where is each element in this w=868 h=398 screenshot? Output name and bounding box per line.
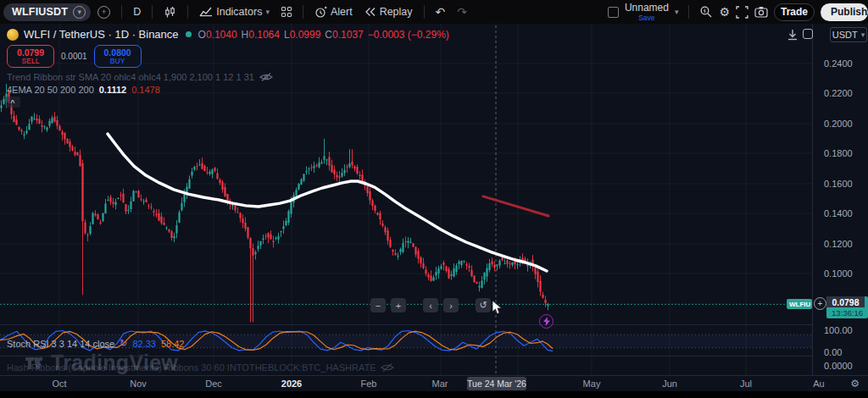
timezone-settings-icon[interactable]: ⚙ bbox=[850, 378, 860, 390]
pane-divider[interactable] bbox=[0, 356, 868, 357]
select-layout-icon[interactable] bbox=[608, 7, 619, 18]
indicator-legend-ema[interactable]: 4EMA 20 50 200 200 0.1112 0.1478 bbox=[7, 85, 160, 95]
bar-countdown: 13:36:16 bbox=[826, 307, 868, 318]
candle-body bbox=[539, 281, 541, 292]
candle-body bbox=[145, 200, 147, 202]
candle-body bbox=[409, 241, 411, 242]
candle-body bbox=[338, 176, 340, 178]
candle-body bbox=[387, 230, 388, 240]
chart-type-button[interactable] bbox=[159, 3, 181, 21]
candle-body bbox=[58, 126, 60, 130]
indicator-legend-hidden[interactable]: Trend Ribbon str SMA 20 ohlc4 ohlc4 1,90… bbox=[7, 72, 273, 82]
candle-body bbox=[341, 173, 342, 176]
candle-body bbox=[399, 249, 401, 252]
candle-body bbox=[178, 213, 180, 223]
hash-ribbons-legend[interactable]: Hash Ribbons (Capriole Investments) Ribb… bbox=[7, 362, 394, 373]
candle-body bbox=[107, 200, 108, 201]
candle-body bbox=[537, 272, 538, 282]
candle-body bbox=[216, 174, 218, 179]
undo-button[interactable]: ↶ bbox=[431, 3, 451, 21]
chart-legend-header[interactable]: WLFI / TetherUS · 1D · Binance O0.1040 H… bbox=[7, 28, 449, 41]
candle-body bbox=[127, 210, 129, 211]
candle-body bbox=[203, 166, 205, 171]
reset-chart-button[interactable]: ↺ bbox=[476, 298, 491, 312]
symbol-dropdown-icon[interactable]: ▾ bbox=[73, 6, 86, 19]
candle-body bbox=[209, 172, 210, 174]
quick-search-icon[interactable] bbox=[699, 5, 713, 19]
save-layout-link[interactable]: Save bbox=[638, 14, 654, 22]
sync-icon: ↻ bbox=[120, 338, 127, 349]
price-axis[interactable]: USDT▾ + 0.0798 13:36:16 0.24000.22000.20… bbox=[812, 24, 868, 375]
buy-button[interactable]: 0.0800BUY bbox=[94, 45, 142, 68]
chart-area[interactable]: WLFI / TetherUS · 1D · Binance O0.1040 H… bbox=[0, 24, 868, 375]
replay-button[interactable]: Replay bbox=[359, 3, 418, 20]
layout-chevron-icon[interactable]: ▾ bbox=[675, 8, 679, 16]
flash-trade-icon[interactable] bbox=[539, 314, 554, 329]
candle-body bbox=[191, 172, 192, 176]
candle-body bbox=[97, 214, 98, 219]
templates-button[interactable] bbox=[276, 4, 297, 19]
candle-body bbox=[201, 163, 203, 169]
compare-add-button[interactable]: + bbox=[92, 3, 115, 21]
candle-body bbox=[470, 270, 472, 276]
candle-body bbox=[25, 130, 27, 133]
candle-body bbox=[193, 167, 195, 170]
trade-button[interactable]: Trade bbox=[774, 3, 815, 21]
pane-divider[interactable] bbox=[0, 324, 868, 325]
publish-button[interactable]: Publish bbox=[821, 3, 868, 21]
scroll-left-button[interactable]: ‹ bbox=[423, 298, 438, 312]
scroll-right-button[interactable]: › bbox=[443, 298, 459, 312]
candle-body bbox=[310, 167, 312, 168]
interval-button[interactable]: D bbox=[128, 3, 146, 20]
candle-body bbox=[343, 170, 345, 174]
candle-body bbox=[247, 227, 248, 237]
candle-body bbox=[150, 207, 152, 207]
candle-body bbox=[328, 157, 330, 165]
ema-line[interactable] bbox=[108, 134, 547, 271]
settings-gear-icon[interactable]: ⚙ bbox=[719, 5, 730, 19]
candle-body bbox=[231, 205, 233, 206]
alert-button[interactable]: Alert bbox=[309, 3, 358, 21]
candle-body bbox=[137, 191, 139, 197]
candle-body bbox=[196, 166, 198, 167]
layout-name-button[interactable]: Unnamed Save bbox=[625, 3, 669, 22]
candle-body bbox=[239, 213, 241, 218]
candle-body bbox=[224, 187, 225, 196]
mouse-cursor bbox=[492, 300, 504, 315]
indicators-button[interactable]: Indicators ▾ bbox=[194, 3, 275, 20]
symbol-search-button[interactable]: WLFIUSDT ▾ bbox=[3, 3, 91, 21]
download-arrow-icon[interactable] bbox=[785, 28, 800, 41]
zoom-in-button[interactable]: + bbox=[391, 298, 406, 312]
spread-value: 0.0001 bbox=[61, 52, 87, 61]
stoch-rsi-legend[interactable]: Stoch RSI 3 3 14 14 close ↻ 82.33 58.42 bbox=[7, 338, 184, 349]
fullscreen-icon[interactable] bbox=[736, 6, 748, 19]
add-order-plus-icon[interactable]: + bbox=[814, 297, 826, 310]
stoch-d-value: 58.42 bbox=[161, 339, 185, 349]
candle-body bbox=[305, 171, 307, 172]
wlfi-logo-icon bbox=[7, 29, 19, 41]
zoom-out-button[interactable]: − bbox=[370, 298, 386, 312]
sell-button[interactable]: 0.0799SELL bbox=[7, 45, 54, 68]
candle-body bbox=[244, 223, 246, 229]
candle-body bbox=[318, 163, 320, 168]
eye-off-icon[interactable] bbox=[381, 362, 394, 373]
redo-button[interactable]: ↷ bbox=[452, 3, 472, 21]
eye-off-icon[interactable] bbox=[259, 72, 273, 82]
candle-body bbox=[153, 211, 154, 213]
collapse-panel-button[interactable]: ^ bbox=[5, 97, 20, 108]
candlestick-icon bbox=[164, 6, 176, 19]
camera-icon[interactable] bbox=[754, 6, 768, 18]
candle-body bbox=[369, 191, 370, 201]
candle-body bbox=[348, 163, 350, 167]
time-axis[interactable]: Tue 24 Mar '26 ⚙ OctNovDec2026FebMarMayJ… bbox=[0, 375, 868, 391]
candle-body bbox=[282, 226, 284, 229]
hash-tick: 0.0000 bbox=[824, 361, 853, 371]
plus-circle-icon: + bbox=[97, 6, 110, 19]
candle-body bbox=[402, 243, 403, 252]
maximize-pane-icon[interactable] bbox=[803, 29, 813, 39]
candle-body bbox=[94, 214, 96, 216]
candle-body bbox=[69, 141, 70, 147]
time-tick-nov: Nov bbox=[130, 379, 147, 389]
candle-body bbox=[188, 180, 190, 189]
currency-selector[interactable]: USDT▾ bbox=[830, 27, 867, 42]
